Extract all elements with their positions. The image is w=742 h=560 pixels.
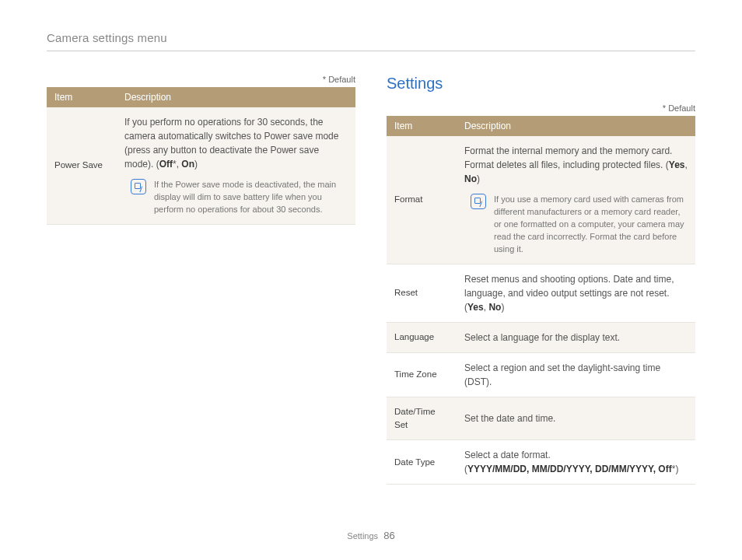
desc-text: If you perform no operations for 30 seco… xyxy=(124,117,338,170)
table-row: Date Type Select a date format. (YYYY/MM… xyxy=(387,440,695,485)
default-note-left: * Default xyxy=(47,75,355,84)
page-title: Camera settings menu xyxy=(47,31,695,51)
opt-close: ) xyxy=(194,159,198,170)
table-row: Reset Reset menus and shooting options. … xyxy=(387,264,695,322)
opt-yes: Yes xyxy=(467,302,484,313)
table-row: Power Save If you perform no operations … xyxy=(47,107,355,224)
default-note-right: * Default xyxy=(387,103,695,113)
desc-text: Select a date format. xyxy=(464,450,551,460)
opt-close: ) xyxy=(501,302,504,313)
settings-heading: Settings xyxy=(387,75,695,93)
left-settings-table: Item Description Power Save If you perfo… xyxy=(47,87,355,225)
note-icon xyxy=(131,179,146,194)
item-date-time-set: Date/Time Set xyxy=(387,397,457,440)
col-header-description: Description xyxy=(457,116,695,136)
table-row: Language Select a language for the displ… xyxy=(387,322,695,352)
desc-time-zone: Select a region and set the daylight-sav… xyxy=(457,352,695,397)
opt-on: On xyxy=(181,159,194,170)
desc-language: Select a language for the display text. xyxy=(457,322,695,352)
opt-sep: , xyxy=(685,159,688,170)
desc-date-time-set: Set the date and time. xyxy=(457,397,695,440)
note-icon xyxy=(471,194,486,209)
table-row: Time Zone Select a region and set the da… xyxy=(387,352,695,397)
footer-page-number: 86 xyxy=(383,530,394,541)
left-column: * Default Item Description Power Save If… xyxy=(47,75,355,485)
page-footer: Settings 86 xyxy=(0,530,742,541)
desc-text: Format the internal memory and the memor… xyxy=(464,145,672,170)
opt-yes: Yes xyxy=(669,159,685,170)
item-reset: Reset xyxy=(387,264,457,322)
item-time-zone: Time Zone xyxy=(387,352,457,397)
opt-off: Off xyxy=(159,159,173,170)
opt-no: No xyxy=(464,173,477,184)
opt-no: No xyxy=(488,302,501,313)
opt-close: ) xyxy=(477,173,480,184)
right-settings-table: Item Description Format Format the inter… xyxy=(387,116,695,485)
col-header-description: Description xyxy=(117,87,355,107)
desc-power-save: If you perform no operations for 30 seco… xyxy=(117,107,355,224)
note-format: If you use a memory card used with camer… xyxy=(464,194,688,256)
item-language: Language xyxy=(387,322,457,352)
opt-date-formats: YYYY/MM/DD, MM/DD/YYYY, DD/MM/YYYY, Off xyxy=(467,464,672,474)
col-header-item: Item xyxy=(47,87,117,107)
note-power-save: If the Power save mode is deactivated, t… xyxy=(124,179,348,216)
table-row: Date/Time Set Set the date and time. xyxy=(387,397,695,440)
right-column: Settings * Default Item Description Form… xyxy=(387,75,695,485)
item-date-type: Date Type xyxy=(387,440,457,485)
note-text: If you use a memory card used with camer… xyxy=(494,194,688,256)
col-header-item: Item xyxy=(387,116,457,136)
opt-close: ) xyxy=(675,464,678,474)
note-text: If the Power save mode is deactivated, t… xyxy=(154,179,348,216)
desc-format: Format the internal memory and the memor… xyxy=(457,136,695,264)
item-format: Format xyxy=(387,136,457,264)
desc-date-type: Select a date format. (YYYY/MM/DD, MM/DD… xyxy=(457,440,695,485)
table-row: Format Format the internal memory and th… xyxy=(387,136,695,264)
footer-section: Settings xyxy=(347,531,378,541)
item-power-save: Power Save xyxy=(47,107,117,224)
desc-reset: Reset menus and shooting options. Date a… xyxy=(457,264,695,322)
